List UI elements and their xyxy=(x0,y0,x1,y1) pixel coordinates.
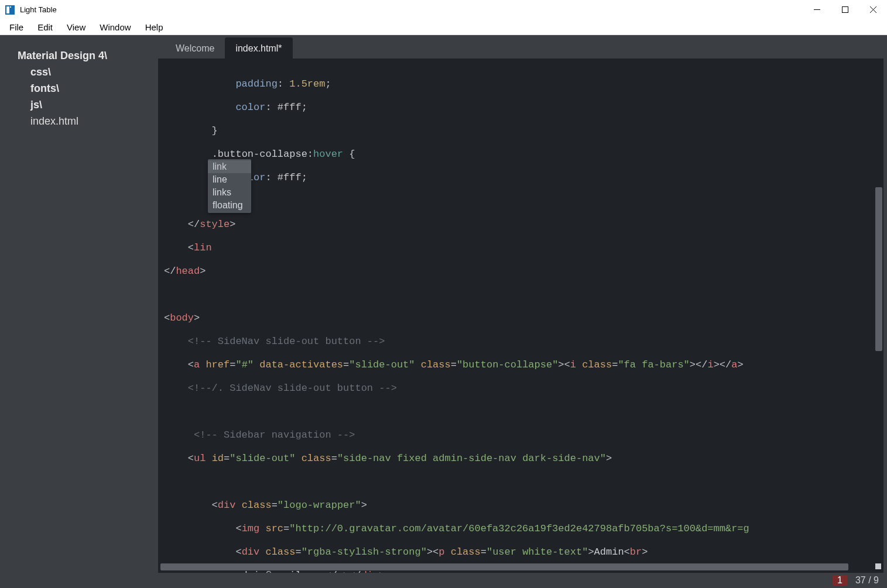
window-controls xyxy=(803,0,887,20)
tree-file-index[interactable]: index.html xyxy=(30,114,148,130)
autocomplete-item[interactable]: links xyxy=(208,186,251,199)
resize-grip-icon[interactable] xyxy=(875,563,881,569)
horizontal-scrollbar[interactable] xyxy=(160,563,848,570)
tree-folder-fonts[interactable]: fonts\ xyxy=(30,81,148,97)
app-icon xyxy=(5,5,15,15)
menubar: File Edit View Window Help xyxy=(0,20,887,35)
status-errors[interactable]: 1 xyxy=(833,575,847,586)
menu-help[interactable]: Help xyxy=(138,21,170,33)
tree-folder-js[interactable]: js\ xyxy=(30,97,148,114)
menu-window[interactable]: Window xyxy=(93,21,138,33)
editor-column: Welcome index.html* padding: 1.5rem; col… xyxy=(158,35,887,588)
titlebar: Light Table xyxy=(0,0,887,20)
minimize-button[interactable] xyxy=(803,0,831,20)
menu-view[interactable]: View xyxy=(60,21,93,33)
code-surface[interactable]: padding: 1.5rem; color: #fff; } .button-… xyxy=(158,59,883,573)
editor[interactable]: padding: 1.5rem; color: #fff; } .button-… xyxy=(158,59,883,573)
app-title: Light Table xyxy=(20,5,57,14)
statusbar: 1 37 / 9 xyxy=(158,573,887,588)
autocomplete-item[interactable]: link xyxy=(208,160,251,173)
tab-index[interactable]: index.html* xyxy=(225,37,292,59)
tabstrip: Welcome index.html* xyxy=(158,35,887,59)
tab-welcome[interactable]: Welcome xyxy=(165,37,225,59)
maximize-button[interactable] xyxy=(831,0,859,20)
menu-file[interactable]: File xyxy=(2,21,30,33)
vertical-scrollbar[interactable] xyxy=(875,187,882,351)
tree-root[interactable]: Material Design 4\ xyxy=(18,48,148,64)
file-tree: Material Design 4\ css\ fonts\ js\ index… xyxy=(0,35,158,588)
menu-edit[interactable]: Edit xyxy=(30,21,60,33)
svg-rect-1 xyxy=(6,6,9,13)
autocomplete-item[interactable]: floating xyxy=(208,199,251,212)
svg-rect-2 xyxy=(10,6,11,8)
close-button[interactable] xyxy=(859,0,887,20)
workspace: Material Design 4\ css\ fonts\ js\ index… xyxy=(0,35,887,588)
status-cursor-position: 37 / 9 xyxy=(855,575,879,586)
autocomplete-popup[interactable]: link line links floating xyxy=(208,159,251,213)
svg-rect-4 xyxy=(842,7,848,13)
tree-folder-css[interactable]: css\ xyxy=(30,64,148,81)
autocomplete-item[interactable]: line xyxy=(208,173,251,186)
